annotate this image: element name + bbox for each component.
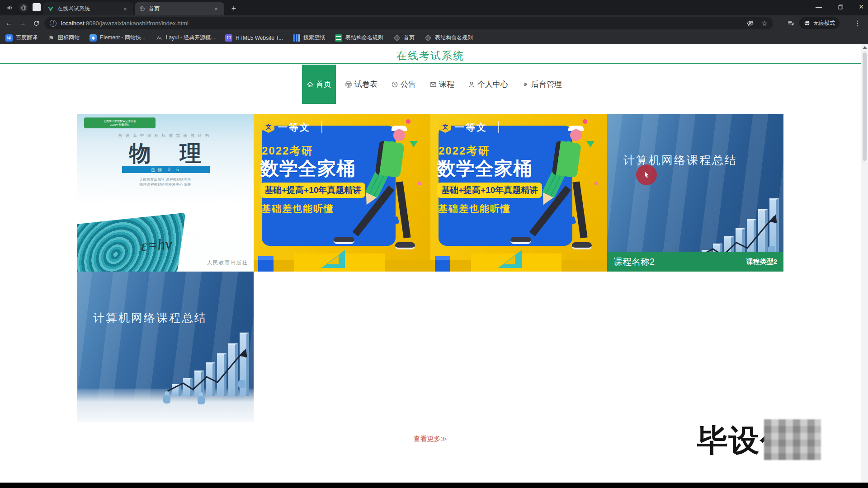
address-bar[interactable]: i localhost:8080/javazaixiankaoshi/front… bbox=[44, 17, 773, 29]
figure-shoe bbox=[510, 237, 531, 244]
site-info-icon[interactable]: i bbox=[50, 20, 57, 27]
close-button[interactable]: ✕ bbox=[852, 0, 868, 14]
bookmark-html5-template[interactable]: ᗢ HTML5 Website T... bbox=[225, 34, 283, 42]
element-favicon: ◆ bbox=[90, 34, 97, 42]
course-card-math-1[interactable]: 文 一等文 2022考研 数学全家桶 基础+提高+10年真题精讲 基础差也能听懂 bbox=[254, 114, 430, 272]
browser-toolbar: ← → i localhost:8080/javazaixiankaoshi/f… bbox=[0, 15, 868, 31]
scrollbar-thumb[interactable] bbox=[863, 52, 867, 161]
tab-title: 首页 bbox=[149, 5, 209, 13]
publisher-name: 人民教育出版社 bbox=[207, 259, 248, 266]
exam-paper-icon bbox=[345, 81, 352, 88]
recorder-globe-icon[interactable] bbox=[19, 3, 28, 12]
mail-icon bbox=[429, 81, 437, 88]
tiny-figure bbox=[199, 392, 203, 397]
bookmark-element[interactable]: ◆ Element - 网站快... bbox=[90, 34, 146, 42]
brand-name: 一等文 bbox=[455, 121, 487, 134]
math-title: 数学全家桶 bbox=[437, 156, 532, 181]
math-subtitle-badge: 基础+提高+10年真题精讲 bbox=[437, 183, 542, 198]
bookmark-baidu-translate[interactable]: 译 百度翻译 bbox=[5, 34, 38, 42]
wallpaper-favicon bbox=[293, 34, 300, 42]
tab-close-icon[interactable]: × bbox=[212, 5, 220, 13]
textbook-series: 普通高中课程标准实验教科书 bbox=[77, 133, 254, 139]
scrollbar-up-arrow[interactable] bbox=[863, 46, 867, 49]
figure-vest bbox=[552, 140, 581, 178]
math-subtitle-badge: 基础+提高+10年真题精讲 bbox=[260, 183, 365, 198]
triangle-ruler bbox=[498, 250, 522, 268]
minimize-button[interactable]: — bbox=[809, 0, 828, 14]
course-card-math-2[interactable]: 文 一等文 2022考研 数学全家桶 基础+提高+10年真题精讲 基础差也能听懂 bbox=[430, 114, 607, 272]
figure-leg bbox=[572, 181, 587, 238]
nav-item-profile[interactable]: 个人中心 bbox=[463, 65, 513, 104]
figure-leg bbox=[396, 181, 410, 238]
globe-favicon bbox=[393, 34, 401, 42]
confetti bbox=[418, 182, 421, 185]
bookmarks-bar: 译 百度翻译 ⚑ 图标网站 ◆ Element - 网站快... Layui -… bbox=[0, 31, 868, 44]
recorder-stop-button[interactable] bbox=[33, 3, 41, 11]
user-icon bbox=[468, 81, 475, 88]
incognito-label: 无痕模式 bbox=[813, 19, 835, 27]
web-page: 在线考试系统 首页 试卷表 公告 bbox=[0, 44, 868, 483]
math-tagline: 基础差也能听懂 bbox=[438, 202, 511, 215]
url-text: localhost:8080/javazaixiankaoshi/front/i… bbox=[61, 20, 189, 27]
brand-divider bbox=[321, 121, 322, 133]
bookmark-star-icon[interactable]: ☆ bbox=[761, 19, 768, 28]
figure-vest bbox=[375, 140, 405, 178]
bookmark-table-naming-2[interactable]: 表结构命名规则 bbox=[425, 34, 473, 42]
bookmark-table-naming[interactable]: 表结构命名规则 bbox=[335, 34, 383, 42]
page-title: 在线考试系统 bbox=[0, 49, 861, 63]
figure-shoe bbox=[395, 242, 415, 249]
menu-button[interactable]: ⋮ bbox=[853, 18, 863, 28]
link-icon bbox=[522, 81, 529, 88]
flag-favicon: ⚑ bbox=[47, 34, 55, 42]
watermark-blur-box bbox=[764, 419, 821, 460]
new-tab-button[interactable]: + bbox=[229, 4, 239, 14]
nav-item-admin[interactable]: 后台管理 bbox=[517, 65, 566, 104]
confetti bbox=[586, 141, 594, 147]
confetti bbox=[583, 119, 587, 124]
figure-shoe bbox=[572, 242, 592, 249]
course-card-network-row2[interactable]: 计算机网络课程总结 bbox=[77, 272, 254, 422]
figure-head bbox=[393, 129, 405, 141]
volume-indicator-icon[interactable] bbox=[5, 3, 14, 12]
restore-button[interactable] bbox=[831, 0, 850, 14]
figure-shoe bbox=[334, 237, 354, 244]
confetti bbox=[406, 119, 410, 124]
textbook-volume-band: 选修 3-5 bbox=[122, 166, 210, 173]
blue-cube bbox=[435, 256, 450, 272]
clock-icon bbox=[391, 81, 398, 88]
letterbox-bar bbox=[0, 483, 868, 488]
course-card-physics[interactable]: 全国中小学教材审定委员会 2005年初审通过 普通高中课程标准实验教科书 物 理… bbox=[77, 114, 254, 272]
course-card-network[interactable]: 计算机网络课程总结 课程名称2 课程类型2 bbox=[607, 114, 783, 272]
textbook-title: 物 理 bbox=[77, 139, 254, 168]
physics-formula: ε=hv bbox=[141, 235, 173, 255]
reading-list-icon[interactable] bbox=[786, 18, 796, 28]
back-button[interactable]: ← bbox=[4, 18, 14, 28]
globe-favicon bbox=[425, 34, 432, 42]
tiny-figure bbox=[165, 391, 169, 396]
nav-item-courses[interactable]: 课程 bbox=[425, 65, 459, 104]
nav-item-announcements[interactable]: 公告 bbox=[387, 65, 420, 104]
browser-tab-strip: 在线考试系统 × 首页 × + — ✕ bbox=[0, 0, 868, 15]
forward-button[interactable]: → bbox=[17, 18, 28, 28]
nav-item-exam-list[interactable]: 试卷表 bbox=[340, 65, 382, 104]
textbook-approval-badge: 全国中小学教材审定委员会 2005年初审通过 bbox=[84, 117, 156, 128]
bookmark-wallpaper[interactable]: 搜索壁纸 bbox=[293, 34, 325, 42]
figure-head bbox=[570, 129, 582, 141]
cursor-click-indicator bbox=[636, 164, 657, 185]
nav-item-home[interactable]: 首页 bbox=[302, 65, 336, 104]
tab-close-icon[interactable]: × bbox=[122, 5, 129, 13]
page-scrollbar[interactable] bbox=[861, 44, 868, 483]
tiny-figure bbox=[769, 242, 774, 246]
bookmark-icon-site[interactable]: ⚑ 图标网站 bbox=[47, 34, 80, 42]
tiny-figure bbox=[240, 376, 244, 380]
tracking-protection-icon[interactable] bbox=[746, 19, 754, 27]
browser-tab-home-active[interactable]: 首页 × bbox=[135, 2, 224, 15]
bar-chart-illustration bbox=[172, 333, 249, 396]
confetti bbox=[594, 182, 598, 185]
bookmark-homepage[interactable]: 首页 bbox=[393, 34, 415, 42]
sheet-favicon bbox=[335, 34, 342, 42]
math-title: 数学全家桶 bbox=[260, 156, 355, 181]
reload-button[interactable] bbox=[31, 18, 42, 28]
browser-tab-exam-system[interactable]: 在线考试系统 × bbox=[43, 2, 133, 15]
bookmark-layui[interactable]: Layui - 经典开源模... bbox=[156, 34, 215, 42]
